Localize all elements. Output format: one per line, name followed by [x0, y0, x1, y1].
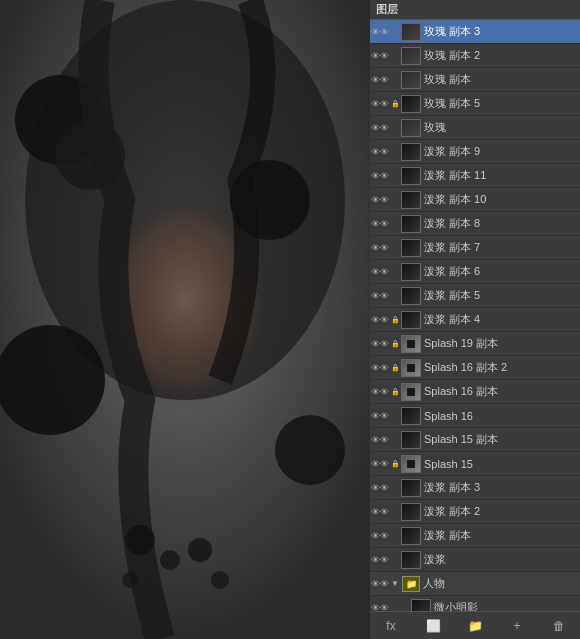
layer-name-label: 玫瑰 副本: [424, 72, 578, 87]
layer-lock-icon: [390, 531, 400, 541]
layer-name-label: 泼浆: [424, 552, 578, 567]
layer-thumbnail: [401, 263, 421, 281]
layer-thumbnail: [401, 239, 421, 257]
layers-list[interactable]: 👁玫瑰 副本 3👁玫瑰 副本 2👁玫瑰 副本👁🔒玫瑰 副本 5👁玫瑰👁泼浆 副本…: [370, 20, 580, 611]
layer-row[interactable]: 👁玫瑰 副本 3: [370, 20, 580, 44]
layer-visibility-toggle[interactable]: 👁: [372, 288, 388, 304]
layers-panel: 图层 👁玫瑰 副本 3👁玫瑰 副本 2👁玫瑰 副本👁🔒玫瑰 副本 5👁玫瑰👁泼浆…: [370, 0, 580, 639]
layer-lock-icon: [390, 27, 400, 37]
new-layer-button[interactable]: +: [507, 616, 527, 636]
layer-thumbnail: [401, 167, 421, 185]
layer-lock-icon: 🔒: [390, 315, 400, 325]
delete-layer-button[interactable]: 🗑: [549, 616, 569, 636]
layer-row[interactable]: 👁泼浆 副本 3: [370, 476, 580, 500]
layer-row[interactable]: 👁微小明影: [370, 596, 580, 611]
layer-visibility-toggle[interactable]: 👁: [372, 144, 388, 160]
layer-row[interactable]: 👁Splash 15 副本: [370, 428, 580, 452]
layer-lock-icon: [390, 171, 400, 181]
layer-visibility-toggle[interactable]: 👁: [372, 528, 388, 544]
layer-name-label: 泼浆 副本 10: [424, 192, 578, 207]
layer-visibility-toggle[interactable]: 👁: [372, 96, 388, 112]
layer-visibility-toggle[interactable]: 👁: [372, 264, 388, 280]
layer-row[interactable]: 👁玫瑰 副本: [370, 68, 580, 92]
layer-name-label: 泼浆 副本 11: [424, 168, 578, 183]
layer-name-label: 泼浆 副本 8: [424, 216, 578, 231]
layer-lock-icon: [390, 195, 400, 205]
layer-visibility-toggle[interactable]: 👁: [372, 576, 388, 592]
layers-footer: fx ⬜ 📁 + 🗑: [370, 611, 580, 639]
layer-thumbnail: [401, 311, 421, 329]
layer-row[interactable]: 👁🔒玫瑰 副本 5: [370, 92, 580, 116]
layer-thumbnail: [411, 599, 431, 612]
svg-point-6: [0, 325, 105, 435]
layer-lock-icon: [390, 435, 400, 445]
layer-visibility-toggle[interactable]: 👁: [372, 192, 388, 208]
layer-lock-icon: [390, 507, 400, 517]
layer-lock-icon: 🔒: [390, 459, 400, 469]
layer-visibility-toggle[interactable]: 👁: [372, 72, 388, 88]
layer-row[interactable]: 👁🔒Splash 19 副本: [370, 332, 580, 356]
layer-lock-icon: [390, 75, 400, 85]
folder-icon: 📁: [402, 576, 420, 592]
layer-thumbnail: [401, 551, 421, 569]
layer-thumbnail: [401, 47, 421, 65]
layer-name-label: Splash 16: [424, 410, 578, 422]
layer-row[interactable]: 👁泼浆 副本 11: [370, 164, 580, 188]
layer-visibility-toggle[interactable]: 👁: [372, 552, 388, 568]
fx-button[interactable]: fx: [381, 616, 401, 636]
layer-row[interactable]: 👁▼📁人物: [370, 572, 580, 596]
layer-name-label: 人物: [423, 576, 578, 591]
layer-name-label: 泼浆 副本 3: [424, 480, 578, 495]
layer-visibility-toggle[interactable]: 👁: [372, 600, 388, 612]
layer-visibility-toggle[interactable]: 👁: [372, 168, 388, 184]
layer-row[interactable]: 👁泼浆 副本 7: [370, 236, 580, 260]
layer-visibility-toggle[interactable]: 👁: [372, 48, 388, 64]
layer-name-label: 微小明影: [434, 600, 578, 611]
layer-thumbnail: [401, 71, 421, 89]
layer-visibility-toggle[interactable]: 👁: [372, 432, 388, 448]
layer-row[interactable]: 👁🔒泼浆 副本 4: [370, 308, 580, 332]
layer-row[interactable]: 👁泼浆 副本 5: [370, 284, 580, 308]
layer-name-label: 玫瑰 副本 3: [424, 24, 578, 39]
layer-row[interactable]: 👁泼浆 副本 9: [370, 140, 580, 164]
layer-visibility-toggle[interactable]: 👁: [372, 240, 388, 256]
layer-name-label: 泼浆 副本 4: [424, 312, 578, 327]
layer-thumbnail: [401, 383, 421, 401]
layer-row[interactable]: 👁泼浆 副本 6: [370, 260, 580, 284]
layer-visibility-toggle[interactable]: 👁: [372, 120, 388, 136]
layer-name-label: 玫瑰: [424, 120, 578, 135]
layer-lock-icon: 🔒: [390, 99, 400, 109]
layer-thumbnail: [401, 119, 421, 137]
layer-row[interactable]: 👁Splash 16: [370, 404, 580, 428]
layer-visibility-toggle[interactable]: 👁: [372, 408, 388, 424]
layer-visibility-toggle[interactable]: 👁: [372, 312, 388, 328]
layer-row[interactable]: 👁泼浆 副本 10: [370, 188, 580, 212]
layer-visibility-toggle[interactable]: 👁: [372, 360, 388, 376]
layer-visibility-toggle[interactable]: 👁: [372, 456, 388, 472]
layer-row[interactable]: 👁玫瑰: [370, 116, 580, 140]
layer-name-label: 泼浆 副本 9: [424, 144, 578, 159]
layer-row[interactable]: 👁泼浆 副本 8: [370, 212, 580, 236]
layer-name-label: 玫瑰 副本 2: [424, 48, 578, 63]
layer-row[interactable]: 👁泼浆: [370, 548, 580, 572]
layer-row[interactable]: 👁🔒Splash 15: [370, 452, 580, 476]
layer-lock-icon: [390, 243, 400, 253]
canvas-background: [0, 0, 370, 639]
layer-visibility-toggle[interactable]: 👁: [372, 336, 388, 352]
layer-row[interactable]: 👁泼浆 副本 2: [370, 500, 580, 524]
layer-row[interactable]: 👁玫瑰 副本 2: [370, 44, 580, 68]
layer-row[interactable]: 👁🔒Splash 16 副本 2: [370, 356, 580, 380]
layer-thumbnail: [401, 503, 421, 521]
layer-row[interactable]: 👁🔒Splash 16 副本: [370, 380, 580, 404]
group-arrow-icon[interactable]: ▼: [390, 579, 400, 589]
layer-visibility-toggle[interactable]: 👁: [372, 480, 388, 496]
layer-lock-icon: [390, 147, 400, 157]
group-button[interactable]: 📁: [465, 616, 485, 636]
mask-button[interactable]: ⬜: [423, 616, 443, 636]
layer-row[interactable]: 👁泼浆 副本: [370, 524, 580, 548]
layer-visibility-toggle[interactable]: 👁: [372, 504, 388, 520]
layer-visibility-toggle[interactable]: 👁: [372, 384, 388, 400]
layer-name-label: 泼浆 副本 5: [424, 288, 578, 303]
layer-visibility-toggle[interactable]: 👁: [372, 24, 388, 40]
layer-visibility-toggle[interactable]: 👁: [372, 216, 388, 232]
